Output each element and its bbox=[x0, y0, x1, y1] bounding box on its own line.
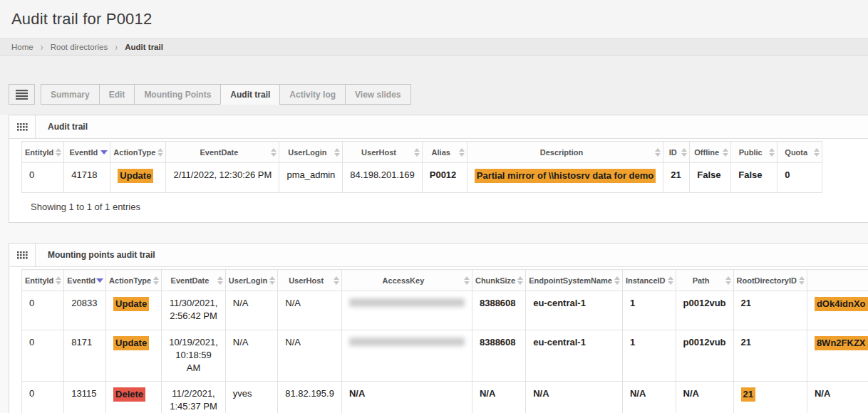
grid-icon bbox=[17, 251, 28, 259]
column-header-UserHost[interactable]: UserHost bbox=[278, 270, 342, 291]
column-header-label: EndpointSystemName bbox=[529, 276, 612, 285]
tab-view-slides[interactable]: View slides bbox=[345, 84, 410, 105]
highlighted-value: dOk4idnXo bbox=[815, 297, 868, 311]
cell: 8Wn2FKZX bbox=[807, 330, 868, 382]
tab-summary[interactable]: Summary bbox=[41, 84, 100, 105]
tab-bar: SummaryEditMounting PointsAudit trailAct… bbox=[9, 84, 868, 105]
column-header-label: UserHost bbox=[289, 276, 324, 285]
cell: N/A bbox=[341, 381, 472, 413]
menu-button[interactable] bbox=[9, 84, 35, 105]
grid-menu-icon[interactable] bbox=[9, 244, 36, 266]
grid-menu-icon[interactable] bbox=[9, 115, 36, 138]
column-header-Quota[interactable]: Quota bbox=[777, 142, 822, 163]
panel-header: Mounting points audit trail bbox=[9, 244, 868, 267]
column-header-ChunkSize[interactable]: ChunkSize bbox=[472, 270, 525, 291]
column-header-EventDate[interactable]: EventDate bbox=[162, 270, 226, 291]
column-header-Path[interactable]: Path bbox=[676, 270, 733, 291]
breadcrumb: Home›Root directories›Audit trail bbox=[0, 38, 868, 56]
table-row: 041718Update2/11/2022, 12:30:26 PMpma_ad… bbox=[22, 163, 822, 193]
column-header-blank bbox=[807, 270, 868, 291]
column-header-AccessKey[interactable]: AccessKey bbox=[341, 270, 472, 291]
highlighted-value: 21 bbox=[741, 387, 755, 402]
column-header-ActionType[interactable]: ActionType bbox=[106, 270, 162, 291]
column-header-label: Offline bbox=[694, 148, 719, 157]
column-header-InstanceID[interactable]: InstanceID bbox=[622, 270, 676, 291]
sort-icon bbox=[517, 276, 523, 285]
cell: yves bbox=[225, 381, 277, 413]
sort-icon bbox=[153, 276, 159, 285]
cell: Update bbox=[110, 163, 166, 193]
cell: 1 bbox=[622, 291, 676, 330]
tab-mounting-points[interactable]: Mounting Points bbox=[134, 84, 221, 105]
cell: 8171 bbox=[64, 330, 106, 382]
sort-icon bbox=[459, 148, 465, 157]
hamburger-icon bbox=[16, 90, 28, 100]
cell: p0012vub bbox=[676, 291, 733, 330]
column-header-EntityId[interactable]: EntityId bbox=[22, 142, 64, 163]
breadcrumb-item-home[interactable]: Home bbox=[11, 43, 33, 51]
cell: N/A bbox=[472, 381, 525, 413]
cell: 21 bbox=[733, 291, 807, 330]
column-header-label: Alias bbox=[432, 148, 450, 157]
sort-icon bbox=[217, 276, 223, 285]
cell: N/A bbox=[278, 291, 342, 330]
column-header-UserLogin[interactable]: UserLogin bbox=[225, 270, 277, 291]
tab-bar-region: SummaryEditMounting PointsAudit trailAct… bbox=[0, 56, 868, 105]
column-header-Description[interactable]: Description bbox=[467, 142, 663, 163]
tab-activity-log[interactable]: Activity log bbox=[279, 84, 346, 105]
entries-count-text: Showing 1 to 1 of 1 entries bbox=[9, 193, 868, 222]
cell: False bbox=[731, 163, 777, 193]
column-header-Offline[interactable]: Offline bbox=[690, 142, 731, 163]
highlighted-value: Update bbox=[118, 169, 153, 183]
column-header-UserLogin[interactable]: UserLogin bbox=[279, 142, 343, 163]
sort-icon bbox=[414, 148, 420, 157]
cell: Update bbox=[106, 330, 162, 382]
column-header-label: EntityId bbox=[25, 148, 53, 157]
cell: 11/30/2021, 2:56:42 PM bbox=[162, 291, 226, 330]
page-title: Audit trail for P0012 bbox=[11, 10, 857, 28]
column-header-label: EventDate bbox=[171, 276, 210, 285]
highlighted-value: Partial mirror of \\histosrv data for de… bbox=[475, 169, 656, 183]
column-header-label: ChunkSize bbox=[475, 276, 515, 285]
column-header-EventDate[interactable]: EventDate bbox=[166, 142, 279, 163]
cell: N/A bbox=[622, 381, 676, 413]
column-header-Alias[interactable]: Alias bbox=[422, 142, 467, 163]
breadcrumb-separator-icon: › bbox=[115, 41, 118, 53]
cell bbox=[341, 291, 472, 330]
column-header-RootDirectoryID[interactable]: RootDirectoryID bbox=[733, 270, 807, 291]
column-header-EventId[interactable]: EventId bbox=[64, 270, 106, 291]
column-header-label: UserLogin bbox=[288, 148, 326, 157]
sort-icon bbox=[334, 148, 340, 157]
column-header-label: UserLogin bbox=[229, 276, 267, 285]
column-header-ActionType[interactable]: ActionType bbox=[110, 142, 166, 163]
sort-icon bbox=[725, 276, 731, 285]
cell: 10/19/2021, 10:18:59 AM bbox=[162, 330, 226, 382]
sort-icon bbox=[464, 276, 470, 285]
redacted-value bbox=[349, 298, 465, 307]
column-header-label: EventId bbox=[67, 276, 95, 285]
sort-icon bbox=[614, 276, 620, 285]
column-header-label: EventDate bbox=[200, 148, 239, 157]
sort-icon bbox=[799, 276, 805, 285]
sort-icon bbox=[56, 148, 61, 157]
sort-icon bbox=[769, 148, 775, 157]
tab-edit[interactable]: Edit bbox=[99, 84, 135, 105]
cell bbox=[341, 330, 472, 382]
tab-content: Audit trail EntityIdEventIdActionTypeEve… bbox=[0, 115, 868, 413]
column-header-EntityId[interactable]: EntityId bbox=[22, 270, 64, 291]
column-header-Public[interactable]: Public bbox=[731, 142, 777, 163]
column-header-EventId[interactable]: EventId bbox=[64, 142, 110, 163]
column-header-ID[interactable]: ID bbox=[663, 142, 690, 163]
panel-title: Mounting points audit trail bbox=[36, 244, 155, 266]
table-row: 020833Update11/30/2021, 2:56:42 PMN/AN/A… bbox=[22, 291, 868, 330]
column-header-UserHost[interactable]: UserHost bbox=[343, 142, 422, 163]
cell: 81.82.195.9 bbox=[278, 381, 342, 413]
sort-icon bbox=[681, 148, 687, 157]
cell: 0 bbox=[22, 163, 64, 193]
data-table: EntityIdEventIdActionTypeEventDateUserLo… bbox=[21, 141, 822, 193]
breadcrumb-item-root-directories[interactable]: Root directories bbox=[51, 43, 108, 51]
column-header-EndpointSystemName[interactable]: EndpointSystemName bbox=[526, 270, 623, 291]
tab-audit-trail[interactable]: Audit trail bbox=[220, 84, 280, 105]
column-header-label: InstanceID bbox=[626, 276, 666, 285]
sort-icon bbox=[100, 150, 108, 155]
